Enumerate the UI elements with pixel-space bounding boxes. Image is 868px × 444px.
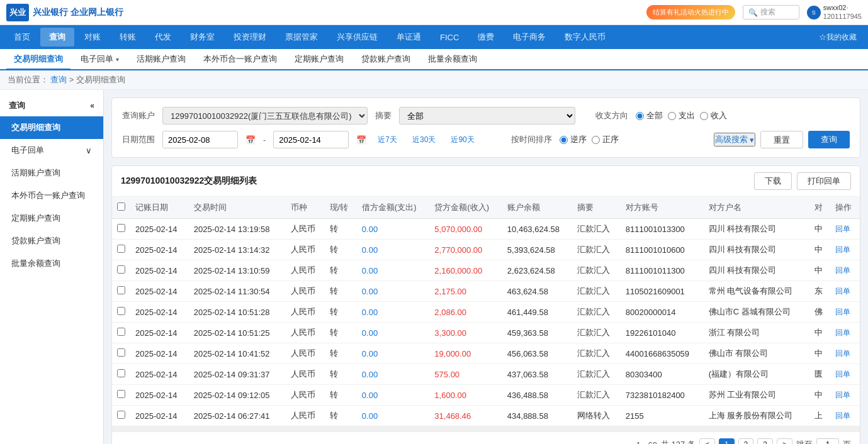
sidebar-item-detail[interactable]: 交易明细查询 <box>0 116 103 139</box>
row-op[interactable]: 回单 <box>830 323 860 343</box>
pagination-prev[interactable]: < <box>699 438 715 444</box>
row-op[interactable]: 回单 <box>830 281 860 302</box>
op-receipt-link[interactable]: 回单 <box>835 308 850 316</box>
row-counterparty-name: 四川 科技有限公司 <box>704 219 809 240</box>
print-button[interactable]: 打印回单 <box>797 172 851 190</box>
nav-item-transfer[interactable]: 转账 <box>111 28 145 47</box>
row-debit: 0.00 <box>357 343 430 364</box>
breadcrumb-query[interactable]: 查询 <box>50 75 67 84</box>
direction-out[interactable]: 支出 <box>668 110 695 121</box>
pagination-page-3[interactable]: 3 <box>757 438 773 444</box>
row-checkbox[interactable] <box>112 385 130 406</box>
sidebar-title[interactable]: 查询 « <box>0 95 103 116</box>
download-button[interactable]: 下载 <box>754 172 792 190</box>
pagination-page-1[interactable]: 1 <box>719 438 735 444</box>
row-currency: 人民币 <box>286 219 325 240</box>
top-header: 兴业 兴业银行 企业网上银行 结算有礼活动火热进行中 🔍 搜索 S swxx02… <box>0 0 868 25</box>
user-info[interactable]: S swxx02· 1201117945 <box>807 4 862 20</box>
sidebar-item-receipt[interactable]: 电子回单 ∨ <box>0 139 103 162</box>
sub-nav-item-loan[interactable]: 贷款账户查询 <box>354 50 418 69</box>
nav-item-pay[interactable]: 缴费 <box>469 28 503 47</box>
calendar-to-icon[interactable]: 📅 <box>356 135 366 145</box>
op-receipt-link[interactable]: 回单 <box>835 349 850 358</box>
sub-nav-item-combined[interactable]: 本外币合一账户查询 <box>196 50 285 69</box>
row-checkbox[interactable] <box>112 260 130 281</box>
row-checkbox[interactable] <box>112 281 130 302</box>
calendar-from-icon[interactable]: 📅 <box>245 135 256 145</box>
query-button[interactable]: 查询 <box>808 131 850 148</box>
reset-button[interactable]: 重置 <box>760 131 803 148</box>
row-checkbox[interactable] <box>112 240 130 260</box>
pagination-page-input[interactable] <box>816 438 839 444</box>
row-op[interactable]: 回单 <box>830 385 860 406</box>
promo-badge[interactable]: 结算有礼活动火热进行中 <box>646 5 735 19</box>
search-box[interactable]: 🔍 搜索 <box>743 5 799 19</box>
nav-item-agency[interactable]: 代发 <box>146 28 180 47</box>
sidebar-item-combined[interactable]: 本外币合一账户查询 <box>0 184 103 207</box>
nav-item-digital[interactable]: 数字人民币 <box>556 28 614 47</box>
row-op[interactable]: 回单 <box>830 343 860 364</box>
row-checkbox[interactable] <box>112 219 130 240</box>
op-receipt-link[interactable]: 回单 <box>835 266 850 275</box>
op-receipt-link[interactable]: 回单 <box>835 370 850 379</box>
direction-in[interactable]: 收入 <box>700 110 727 121</box>
direction-all[interactable]: 全部 <box>636 110 663 121</box>
sidebar-item-loan[interactable]: 贷款账户查询 <box>0 230 103 252</box>
quick-date-30[interactable]: 近30天 <box>409 133 439 147</box>
sub-nav-item-batch[interactable]: 批量余额查询 <box>420 50 485 69</box>
nav-item-bills[interactable]: 票据管家 <box>276 28 327 47</box>
sidebar-item-batch[interactable]: 批量余额查询 <box>0 252 103 275</box>
summary-select[interactable]: 全部 <box>399 107 575 125</box>
nav-item-supply[interactable]: 兴享供应链 <box>328 28 386 47</box>
advanced-search-button[interactable]: 高级搜索 ▾ <box>714 133 755 147</box>
nav-item-ficc[interactable]: FICC <box>431 29 468 46</box>
select-all-checkbox[interactable] <box>117 203 125 211</box>
op-receipt-link[interactable]: 回单 <box>835 245 850 254</box>
row-op[interactable]: 回单 <box>830 219 860 240</box>
nav-item-invest[interactable]: 投资理财 <box>225 28 275 47</box>
sort-desc[interactable]: 逆序 <box>560 134 587 145</box>
op-receipt-link[interactable]: 回单 <box>835 328 850 337</box>
row-checkbox[interactable] <box>112 364 130 385</box>
sub-nav-item-detail[interactable]: 交易明细查询 <box>6 50 70 70</box>
sub-nav-item-fixed[interactable]: 定期账户查询 <box>287 50 351 69</box>
row-checkbox[interactable] <box>112 302 130 323</box>
row-op[interactable]: 回单 <box>830 260 860 281</box>
date-from-input[interactable] <box>162 131 238 148</box>
nav-item-home[interactable]: 首页 <box>5 28 39 47</box>
op-receipt-link[interactable]: 回单 <box>835 391 850 399</box>
nav-item-finance[interactable]: 财务室 <box>181 28 223 47</box>
sidebar-item-fixed[interactable]: 定期账户查询 <box>0 207 103 230</box>
nav-item-ecommerce[interactable]: 电子商务 <box>504 28 555 47</box>
nav-favorite[interactable]: ☆我的收藏 <box>813 28 863 47</box>
quick-date-7[interactable]: 近7天 <box>374 133 401 147</box>
nav-item-query[interactable]: 查询 <box>40 28 74 47</box>
row-checkbox[interactable] <box>112 323 130 343</box>
sidebar-item-demand[interactable]: 活期账户查询 <box>0 162 103 184</box>
horizontal-scrollbar[interactable] <box>112 426 860 431</box>
op-receipt-link[interactable]: 回单 <box>835 411 850 420</box>
nav-item-reconcile[interactable]: 对账 <box>76 28 110 47</box>
row-op[interactable]: 回单 <box>830 302 860 323</box>
date-to-input[interactable] <box>273 131 349 148</box>
sub-nav-item-receipt[interactable]: 电子回单 ▾ <box>73 50 127 69</box>
nav-item-docs[interactable]: 单证通 <box>388 28 430 47</box>
op-receipt-link[interactable]: 回单 <box>835 225 850 233</box>
row-checkbox[interactable] <box>112 406 130 426</box>
col-time: 交易时间 <box>189 197 286 219</box>
op-receipt-link[interactable]: 回单 <box>835 287 850 296</box>
pagination-next[interactable]: > <box>777 438 792 444</box>
pagination-page-2[interactable]: 2 <box>738 438 754 444</box>
account-select[interactable]: 12997010010032922(厦门三五互联信息有限公司) <box>162 107 368 125</box>
row-op[interactable]: 回单 <box>830 406 860 426</box>
sub-nav-item-demand[interactable]: 活期账户查询 <box>129 50 193 69</box>
pagination-total: 共 137 条 <box>661 439 696 444</box>
breadcrumb-current: 交易明细查询 <box>76 75 125 84</box>
quick-date-90[interactable]: 近90天 <box>447 133 478 147</box>
row-date: 2025-02-14 <box>130 281 189 302</box>
sort-asc[interactable]: 正序 <box>592 134 619 145</box>
row-op[interactable]: 回单 <box>830 240 860 260</box>
row-currency: 人民币 <box>286 343 325 364</box>
row-op[interactable]: 回单 <box>830 364 860 385</box>
row-checkbox[interactable] <box>112 343 130 364</box>
